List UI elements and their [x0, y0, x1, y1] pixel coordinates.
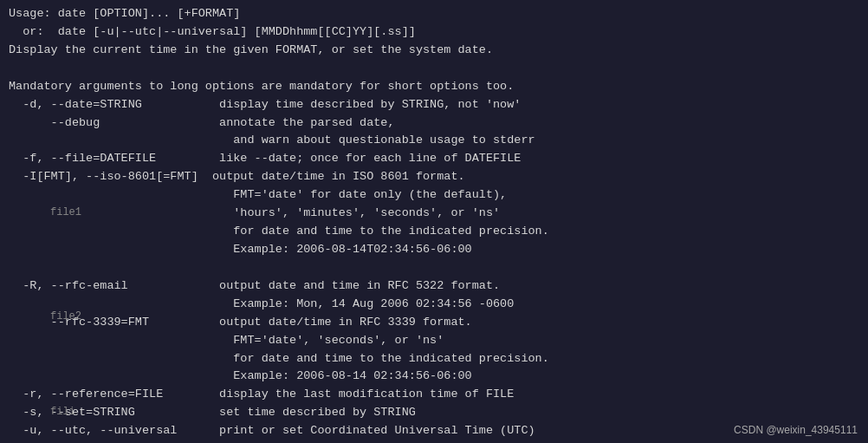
terminal-content: Usage: date [OPTION]... [+FORMAT] or: da…: [9, 5, 859, 443]
watermark: CSDN @weixin_43945111: [734, 424, 858, 436]
sidebar-label-file2: file2: [50, 310, 81, 322]
sidebar-label-file1: file1: [50, 206, 81, 218]
sidebar-label-fili: fili: [50, 406, 75, 418]
terminal-window: Usage: date [OPTION]... [+FORMAT] or: da…: [0, 0, 868, 443]
